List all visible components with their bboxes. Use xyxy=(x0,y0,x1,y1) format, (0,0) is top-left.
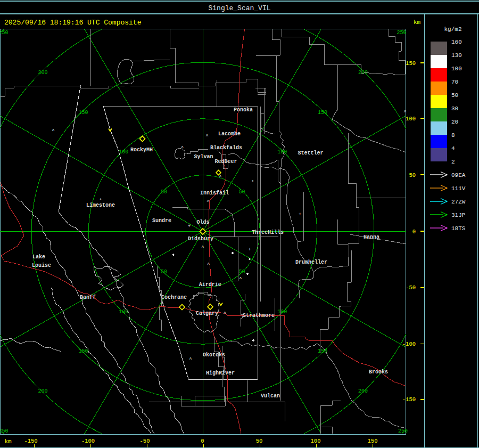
svg-text:-100: -100 xyxy=(81,438,95,444)
svg-text:Drumheller: Drumheller xyxy=(295,259,327,265)
svg-text:200: 200 xyxy=(38,388,47,394)
svg-text:50: 50 xyxy=(409,172,416,178)
svg-text:^: ^ xyxy=(52,128,54,134)
svg-text:Blackfalds: Blackfalds xyxy=(210,145,242,151)
svg-text:kg/m2: kg/m2 xyxy=(444,26,461,32)
svg-text:50: 50 xyxy=(161,189,167,195)
svg-text:2025/09/16 18:19:16 UTC Compos: 2025/09/16 18:19:16 UTC Composite xyxy=(4,19,141,27)
svg-text:Innisfail: Innisfail xyxy=(200,190,229,196)
svg-text:50: 50 xyxy=(451,92,458,99)
svg-text:Didsbury: Didsbury xyxy=(188,236,213,242)
svg-text:Banff: Banff xyxy=(80,295,96,300)
svg-text:Louise: Louise xyxy=(32,263,51,268)
svg-text:-50: -50 xyxy=(406,284,416,291)
svg-text:150: 150 xyxy=(318,110,327,116)
svg-text:Lacombe: Lacombe xyxy=(218,131,241,137)
svg-text:^: ^ xyxy=(207,199,209,205)
svg-text:^: ^ xyxy=(403,110,406,115)
svg-text:ThreeHills: ThreeHills xyxy=(252,230,284,235)
svg-text:-150: -150 xyxy=(24,438,37,444)
svg-text:^: ^ xyxy=(205,134,208,139)
svg-text:100: 100 xyxy=(119,149,128,155)
svg-text:Okotoks: Okotoks xyxy=(203,352,225,358)
svg-text:0: 0 xyxy=(201,438,204,444)
svg-text:111V: 111V xyxy=(451,185,466,192)
svg-text:100: 100 xyxy=(406,116,416,122)
svg-text:Cochrane: Cochrane xyxy=(161,295,187,300)
svg-text:^: ^ xyxy=(219,175,221,180)
svg-text:250: 250 xyxy=(398,428,408,434)
svg-text:150: 150 xyxy=(406,60,416,67)
svg-text:20: 20 xyxy=(451,119,458,125)
svg-text:^: ^ xyxy=(239,276,242,282)
svg-text:Strathmore: Strathmore xyxy=(243,313,275,319)
svg-text:-50: -50 xyxy=(140,438,150,444)
svg-text:50: 50 xyxy=(161,269,167,275)
svg-text:50: 50 xyxy=(256,438,263,444)
svg-text:Ponoka: Ponoka xyxy=(234,107,253,113)
svg-text:150: 150 xyxy=(368,438,378,444)
svg-text:Lake: Lake xyxy=(32,254,45,260)
svg-text:+: + xyxy=(248,247,251,252)
svg-text:km: km xyxy=(414,19,421,26)
svg-text:*: * xyxy=(251,180,254,185)
svg-text:km: km xyxy=(4,438,12,445)
svg-text:0: 0 xyxy=(412,229,416,235)
svg-text:150: 150 xyxy=(78,348,88,354)
svg-text:200: 200 xyxy=(358,388,368,394)
svg-text:100: 100 xyxy=(451,66,462,72)
svg-text:50: 50 xyxy=(238,269,245,275)
svg-text:-150: -150 xyxy=(402,396,416,403)
svg-text:Sylvan: Sylvan xyxy=(194,154,213,160)
svg-text:250: 250 xyxy=(0,428,9,434)
svg-text:100: 100 xyxy=(277,309,287,315)
svg-text:Calgary: Calgary xyxy=(196,311,218,316)
svg-text:31JP: 31JP xyxy=(451,212,466,218)
svg-text:100: 100 xyxy=(277,149,287,155)
svg-text:2: 2 xyxy=(451,159,455,165)
svg-text:160: 160 xyxy=(451,39,462,45)
svg-text:Stettler: Stettler xyxy=(298,150,323,156)
svg-text:200: 200 xyxy=(38,70,47,76)
svg-text:^: ^ xyxy=(201,245,204,250)
svg-text:-100: -100 xyxy=(402,341,416,347)
svg-text:100: 100 xyxy=(311,438,321,444)
svg-text:70: 70 xyxy=(451,79,458,85)
svg-text:18TS: 18TS xyxy=(451,225,466,232)
svg-text:HighRiver: HighRiver xyxy=(206,370,235,376)
svg-text:Brooks: Brooks xyxy=(369,369,388,375)
svg-text:Vulcan: Vulcan xyxy=(261,393,280,399)
svg-text:50: 50 xyxy=(238,189,245,195)
svg-text:09EA: 09EA xyxy=(451,172,466,178)
svg-text:RedDeer: RedDeer xyxy=(214,159,237,165)
svg-text:^: ^ xyxy=(181,145,184,151)
svg-text:Sundre: Sundre xyxy=(152,218,171,224)
svg-text:130: 130 xyxy=(451,52,462,59)
svg-text:27ZW: 27ZW xyxy=(451,199,466,205)
svg-text:100: 100 xyxy=(119,309,128,315)
svg-text:8: 8 xyxy=(451,132,455,139)
svg-text:^: ^ xyxy=(189,357,192,362)
svg-text:^: ^ xyxy=(224,311,226,316)
svg-text:+: + xyxy=(299,212,301,217)
svg-text:RockyMH: RockyMH xyxy=(130,147,153,153)
svg-text:Limestone: Limestone xyxy=(86,202,115,208)
svg-text:150: 150 xyxy=(78,110,88,116)
svg-text:+: + xyxy=(188,224,191,229)
svg-text:Olds: Olds xyxy=(196,219,209,225)
svg-text:30: 30 xyxy=(451,105,458,112)
svg-text:^: ^ xyxy=(207,262,210,267)
svg-text:250: 250 xyxy=(0,30,9,36)
svg-text:Airdrie: Airdrie xyxy=(199,282,221,288)
svg-text:4: 4 xyxy=(451,145,455,152)
svg-text:Single_Scan_VIL: Single_Scan_VIL xyxy=(208,4,270,12)
svg-text:Hanna: Hanna xyxy=(364,234,379,240)
svg-text:250: 250 xyxy=(397,30,406,36)
